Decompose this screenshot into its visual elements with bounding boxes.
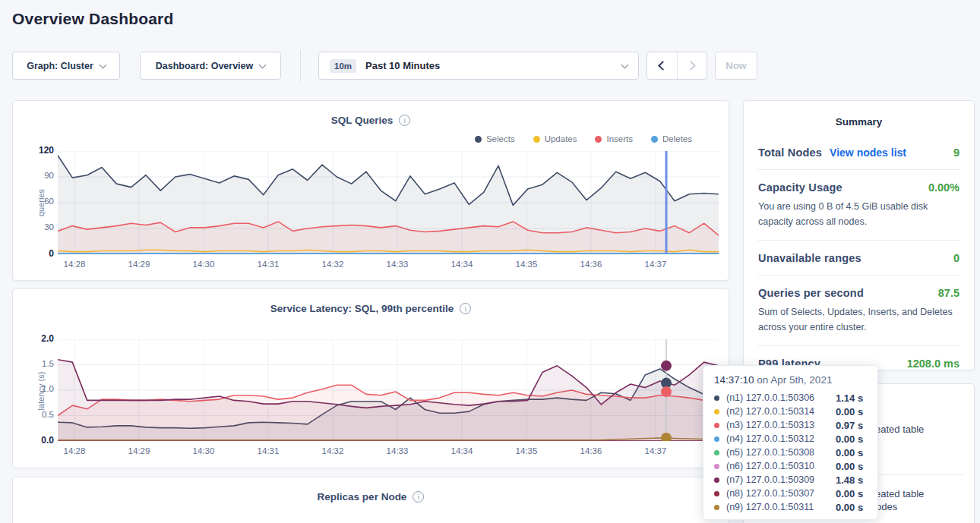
service-latency-chart-card: Service Latency: SQL, 99th percentile i … bbox=[12, 288, 729, 468]
summary-label: Total Nodes bbox=[758, 147, 822, 159]
tooltip-header: 14:37:10 on Apr 5th, 2021 bbox=[714, 374, 867, 386]
tooltip-row: (n9) 127.0.0.1:503110.00 s bbox=[714, 500, 867, 514]
x-axis-tick: 14:30 bbox=[188, 446, 219, 455]
now-button[interactable]: Now bbox=[715, 52, 757, 80]
summary-row: Queries per second87.5Sum of Selects, Up… bbox=[758, 275, 959, 345]
chart-hover-tooltip: 14:37:10 on Apr 5th, 2021 (n1) 127.0.0.1… bbox=[703, 365, 878, 520]
legend-item[interactable]: Deletes bbox=[651, 134, 692, 143]
x-axis-tick: 14:29 bbox=[124, 446, 154, 455]
latency-plot[interactable] bbox=[58, 339, 719, 444]
legend-dot bbox=[651, 136, 658, 143]
chart-title: SQL Queries bbox=[331, 115, 394, 126]
legend-item[interactable]: Inserts bbox=[595, 134, 633, 143]
tooltip-node-address: (n2) 127.0.0.1:50314 bbox=[726, 406, 831, 417]
y-axis-tick: 0 bbox=[24, 248, 54, 259]
summary-label: Unavailable ranges bbox=[758, 252, 861, 264]
tooltip-time: 14:37:10 bbox=[714, 374, 754, 386]
tooltip-node-value: 1.14 s bbox=[836, 392, 863, 404]
x-axis-tick: 14:35 bbox=[511, 446, 542, 455]
x-axis-tick: 14:37 bbox=[640, 260, 671, 269]
tooltip-node-address: (n6) 127.0.0.1:50310 bbox=[726, 461, 831, 471]
y-axis-tick: 0.0 bbox=[24, 435, 54, 446]
node-color-dot bbox=[714, 395, 719, 401]
prev-interval-button[interactable] bbox=[647, 52, 677, 79]
tooltip-node-value: 1.48 s bbox=[836, 474, 863, 486]
summary-subtext: You are using 0 B of 4.5 GiB usable disk… bbox=[758, 199, 959, 229]
time-range-selector[interactable]: 10m Past 10 Minutes bbox=[318, 52, 639, 80]
x-axis-tick: 14:28 bbox=[59, 446, 90, 455]
y-axis-tick: 60 bbox=[24, 197, 54, 206]
chart-canvas[interactable] bbox=[58, 339, 719, 441]
chart-legend: SelectsUpdatesInsertsDeletes bbox=[475, 134, 692, 143]
graph-dropdown-label: Graph: Cluster bbox=[27, 61, 93, 71]
legend-item[interactable]: Updates bbox=[533, 134, 577, 143]
sql-queries-plot[interactable] bbox=[58, 151, 719, 257]
tooltip-node-value: 0.00 s bbox=[836, 488, 863, 499]
tooltip-node-address: (n1) 127.0.0.1:50306 bbox=[726, 392, 831, 403]
toolbar-divider bbox=[300, 50, 301, 81]
time-range-label: Past 10 Minutes bbox=[365, 60, 613, 71]
x-axis-tick: 14:36 bbox=[576, 446, 606, 455]
time-step-buttons bbox=[646, 52, 707, 80]
tooltip-node-value: 0.00 s bbox=[836, 447, 863, 458]
node-color-dot bbox=[714, 477, 719, 483]
summary-subtext: Sum of Selects, Updates, Inserts, and De… bbox=[758, 304, 959, 335]
legend-dot bbox=[533, 136, 540, 143]
y-axis-tick: 30 bbox=[24, 222, 54, 232]
y-axis-tick: 1.5 bbox=[24, 359, 54, 368]
event-text-fragment: eated table bbox=[875, 424, 924, 435]
info-icon[interactable]: i bbox=[399, 115, 410, 126]
dashboard-dropdown[interactable]: Dashboard: Overview bbox=[140, 52, 281, 80]
x-axis-tick: 14:31 bbox=[253, 446, 283, 455]
chevron-right-icon bbox=[686, 61, 696, 71]
tooltip-node-address: (n3) 127.0.0.1:50313 bbox=[726, 420, 831, 430]
tooltip-row: (n7) 127.0.0.1:503091.48 s bbox=[714, 473, 867, 487]
y-axis-tick: 2.0 bbox=[24, 333, 54, 344]
summary-value: 1208.0 ms bbox=[907, 358, 959, 370]
graph-dropdown[interactable]: Graph: Cluster bbox=[12, 52, 120, 80]
x-axis-tick: 14:34 bbox=[447, 446, 477, 455]
node-color-dot bbox=[714, 450, 719, 455]
y-axis-tick: 90 bbox=[24, 171, 54, 180]
legend-item[interactable]: Selects bbox=[475, 134, 515, 143]
summary-title: Summary bbox=[744, 101, 974, 128]
info-icon[interactable]: i bbox=[460, 303, 471, 314]
x-axis-tick: 14:37 bbox=[640, 446, 671, 455]
x-axis-tick: 14:36 bbox=[576, 260, 606, 269]
summary-rows: Total NodesView nodes list9Capacity Usag… bbox=[744, 128, 974, 380]
chevron-left-icon bbox=[658, 61, 668, 71]
tooltip-row: (n2) 127.0.0.1:503140.00 s bbox=[714, 405, 867, 418]
x-axis-tick: 14:31 bbox=[253, 260, 283, 269]
tooltip-node-value: 0.97 s bbox=[836, 420, 863, 431]
chevron-down-icon bbox=[259, 61, 267, 68]
x-axis-tick: 14:30 bbox=[188, 260, 219, 269]
view-nodes-link[interactable]: View nodes list bbox=[830, 147, 906, 159]
x-axis-tick: 14:34 bbox=[447, 260, 477, 269]
info-icon[interactable]: i bbox=[413, 491, 424, 503]
tooltip-rows: (n1) 127.0.0.1:503061.14 s(n2) 127.0.0.1… bbox=[714, 391, 867, 514]
summary-label: Capacity Usage bbox=[758, 181, 842, 194]
tooltip-row: (n1) 127.0.0.1:503061.14 s bbox=[714, 391, 867, 405]
x-axis-tick: 14:33 bbox=[382, 446, 413, 455]
summary-row: Unavailable ranges0 bbox=[758, 240, 959, 275]
tooltip-node-value: 0.00 s bbox=[836, 406, 863, 417]
x-axis-tick: 14:32 bbox=[318, 446, 348, 455]
x-axis-tick: 14:33 bbox=[382, 260, 413, 269]
y-axis-tick: 120 bbox=[24, 145, 54, 156]
node-color-dot bbox=[714, 409, 719, 414]
tooltip-node-address: (n7) 127.0.0.1:50309 bbox=[726, 474, 831, 485]
node-color-dot bbox=[714, 464, 719, 469]
chart-canvas[interactable] bbox=[58, 151, 719, 254]
tooltip-node-address: (n9) 127.0.0.1:50311 bbox=[726, 502, 831, 512]
next-interval-button[interactable] bbox=[677, 52, 707, 79]
chevron-down-icon bbox=[99, 61, 106, 68]
node-color-dot bbox=[714, 436, 719, 442]
page: Overview Dashboard Graph: Cluster Dashbo… bbox=[0, 0, 980, 523]
chevron-down-icon bbox=[621, 61, 629, 68]
time-range-badge: 10m bbox=[330, 59, 356, 73]
tooltip-row: (n5) 127.0.0.1:503080.00 s bbox=[714, 446, 867, 459]
dashboard-dropdown-label: Dashboard: Overview bbox=[156, 61, 254, 71]
summary-row: Capacity Usage0.00%You are using 0 B of … bbox=[758, 169, 959, 240]
node-color-dot bbox=[714, 423, 719, 428]
x-axis-tick: 14:29 bbox=[124, 260, 154, 269]
